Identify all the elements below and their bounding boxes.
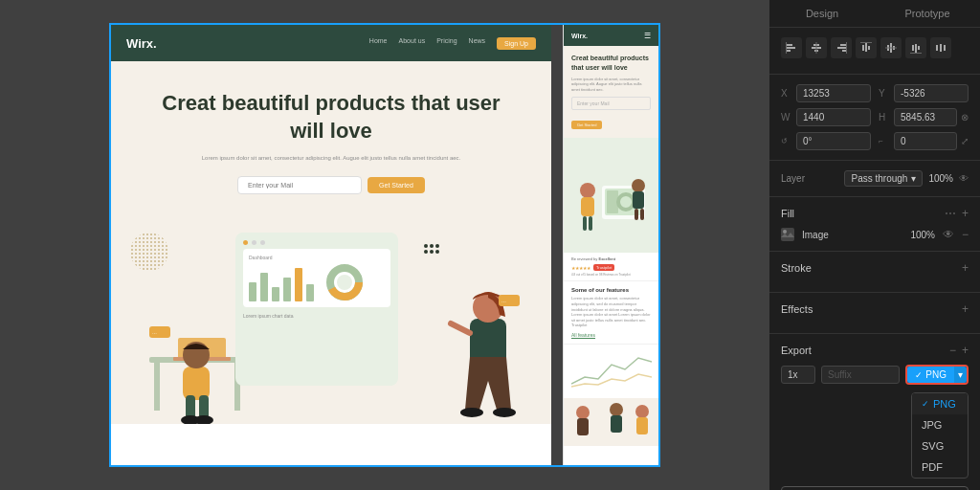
tab-prototype[interactable]: Prototype <box>875 0 980 27</box>
align-middle-btn[interactable] <box>880 37 902 58</box>
hero-email-input[interactable] <box>237 176 362 194</box>
svg-text:···: ··· <box>501 299 506 304</box>
mobile-nav: Wirx. ☰ <box>564 25 658 46</box>
mobile-mockup: Wirx. ☰ Creat beautiful products that us… <box>563 25 658 465</box>
export-options-row: 1x Suffix ✓ PNG ▾ <box>781 365 969 385</box>
distribute-btn[interactable] <box>930 37 951 58</box>
x-value[interactable]: 13253 <box>796 84 871 102</box>
svg-rect-1 <box>154 363 160 411</box>
constrain-proportions-icon[interactable]: ⊗ <box>961 112 969 122</box>
all-features-link[interactable]: All features <box>571 332 651 338</box>
svg-rect-66 <box>885 48 897 49</box>
fill-visibility-icon[interactable]: 👁 <box>943 228 954 241</box>
mobile-illustration <box>564 138 658 253</box>
png-format-btn[interactable]: ✓ PNG <box>907 367 954 383</box>
x-label: X <box>781 88 792 99</box>
svg-point-25 <box>435 244 439 248</box>
stroke-add-icon[interactable]: + <box>962 261 969 275</box>
fill-opacity-value[interactable]: 100% <box>910 230 935 240</box>
expand-icon[interactable]: ⤢ <box>961 136 969 146</box>
export-header: Export − + <box>781 344 969 357</box>
canvas-frame: Wirx. Home About us Pricing News Sign Up… <box>109 23 660 467</box>
svg-rect-71 <box>936 45 938 51</box>
fill-add-icon[interactable]: + <box>962 207 969 220</box>
svg-rect-38 <box>633 191 644 209</box>
screen-card: Dashboard <box>235 233 398 386</box>
export-web-button[interactable]: Export Web... <box>781 486 969 490</box>
dropdown-item-jpg[interactable]: JPG <box>912 414 968 435</box>
panel-tabs: Design Prototype <box>769 0 980 28</box>
fill-grid-icon[interactable]: ⋯ <box>945 207 956 220</box>
h-value[interactable]: 5845.63 <box>894 108 957 126</box>
align-left-btn[interactable] <box>781 37 802 58</box>
h-label: H <box>879 112 890 122</box>
mobile-hero: Creat beautiful products that user will … <box>564 46 658 138</box>
mockup-nav-links: Home About us Pricing News Sign Up <box>369 37 536 50</box>
svg-rect-67 <box>912 45 914 51</box>
svg-rect-60 <box>865 43 867 52</box>
svg-rect-55 <box>840 44 846 46</box>
fill-header: Fill ⋯ + <box>781 207 969 220</box>
person-standing-svg: ··· <box>446 233 532 424</box>
mobile-rating-badge: Trustpilot <box>593 264 614 271</box>
w-value[interactable]: 1440 <box>796 108 871 126</box>
tab-design[interactable]: Design <box>769 0 875 27</box>
opacity-value[interactable]: 100% <box>928 173 953 184</box>
export-minus-icon[interactable]: − <box>949 344 956 357</box>
export-scale-input[interactable]: 1x <box>781 366 815 384</box>
dropdown-item-pdf[interactable]: PDF <box>912 457 968 478</box>
fill-image-icon <box>781 228 794 241</box>
stroke-header: Stroke + <box>781 261 969 275</box>
mobile-hamburger-icon: ☰ <box>644 32 651 40</box>
mobile-cta-btn: Get Started <box>571 121 602 129</box>
export-actions: − + <box>949 344 969 357</box>
layer-title: Layer <box>781 173 805 184</box>
align-bottom-btn[interactable] <box>905 37 926 58</box>
canvas-area: Wirx. Home About us Pricing News Sign Up… <box>0 0 769 490</box>
dropdown-item-svg[interactable]: SVG <box>912 435 968 457</box>
svg-rect-32 <box>589 216 592 231</box>
mobile-features-text: Lorem ipsum dolor sit amet, consectetur … <box>571 296 651 328</box>
mockup-logo: Wirx. <box>126 36 157 51</box>
mobile-hero-heading: Creat beautiful products that user will … <box>571 54 651 73</box>
align-top-btn[interactable] <box>856 37 877 58</box>
x-field: X 13253 <box>781 84 871 102</box>
fill-title: Fill <box>781 208 794 219</box>
y-label: Y <box>879 88 890 99</box>
svg-rect-31 <box>583 216 587 231</box>
rotation-icon: ↺ <box>781 137 792 145</box>
align-right-btn[interactable] <box>831 37 852 58</box>
svg-point-24 <box>430 244 434 248</box>
wh-row: W 1440 H 5845.63 ⊗ <box>781 108 969 126</box>
mobile-rating-section: Be reviewed by Excellent ★★★★★ Trustpilo… <box>564 253 658 281</box>
mobile-features-section: Some of our features Lorem ipsum dolor s… <box>564 281 658 345</box>
w-field: W 1440 <box>781 108 871 126</box>
svg-point-27 <box>430 250 434 254</box>
fill-row: Image 100% 👁 − <box>781 228 969 241</box>
radius-value[interactable]: 0 <box>894 132 957 150</box>
svg-point-45 <box>635 405 649 418</box>
blend-mode-select[interactable]: Pass through ▾ <box>844 170 923 187</box>
fill-remove-icon[interactable]: − <box>962 228 969 241</box>
mobile-logo: Wirx. <box>571 33 588 39</box>
svg-point-19 <box>460 408 483 417</box>
svg-point-28 <box>435 250 439 254</box>
align-center-h-btn[interactable] <box>806 37 827 58</box>
visibility-icon[interactable]: 👁 <box>959 173 969 184</box>
svg-point-10 <box>194 415 213 424</box>
fill-section: Fill ⋯ + Image 100% 👁 − <box>769 197 980 252</box>
format-chevron-btn[interactable]: ▾ <box>954 367 967 383</box>
mockup-hero: Creat beautiful products that user will … <box>111 61 551 213</box>
export-add-icon[interactable]: + <box>962 344 969 357</box>
fill-type-label: Image <box>802 230 902 240</box>
effects-add-icon[interactable]: + <box>962 302 969 316</box>
dots-decoration <box>422 242 441 261</box>
export-suffix-input[interactable]: Suffix <box>821 366 900 384</box>
svg-rect-56 <box>837 47 846 49</box>
y-value[interactable]: -5326 <box>894 84 969 102</box>
svg-point-41 <box>576 406 590 419</box>
mobile-bottom-illustration <box>564 398 658 446</box>
rotation-value[interactable]: 0° <box>796 132 871 150</box>
pass-through-label: Pass through <box>851 173 907 184</box>
dropdown-item-png[interactable]: ✓ PNG <box>912 393 968 414</box>
